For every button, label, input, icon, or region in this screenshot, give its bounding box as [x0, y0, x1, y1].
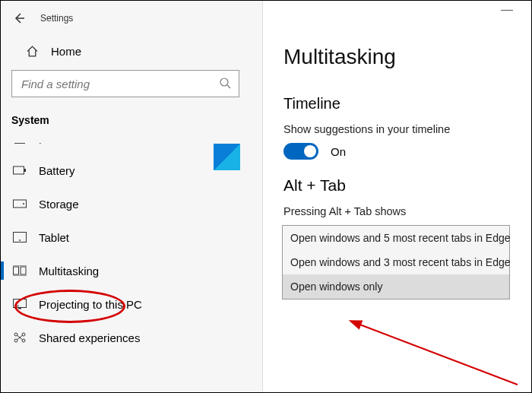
svg-point-1 [220, 78, 228, 86]
arrow-left-icon [13, 12, 25, 24]
storage-icon [11, 199, 28, 208]
timeline-suggestion-text: Show suggestions in your timeline [283, 123, 513, 135]
svg-point-6 [23, 203, 24, 204]
main-panel: Multitasking Timeline Show suggestions i… [264, 1, 531, 392]
svg-point-17 [14, 333, 17, 336]
alttab-caption: Pressing Alt + Tab shows [283, 205, 513, 217]
svg-rect-9 [14, 267, 19, 274]
svg-point-20 [22, 339, 25, 342]
nav-item-multitasking[interactable]: Multitasking [11, 254, 250, 287]
svg-rect-13 [14, 300, 27, 308]
nav-home[interactable]: Home [11, 45, 250, 58]
nav-label: Battery [39, 164, 75, 177]
minimize-button[interactable] [501, 10, 513, 11]
svg-rect-3 [14, 166, 24, 174]
nav-label: Tablet [39, 231, 69, 244]
nav-label: Shared experiences [39, 331, 140, 344]
nav-label: Storage [39, 198, 79, 211]
svg-rect-4 [24, 169, 26, 172]
svg-rect-10 [21, 267, 26, 274]
placeholder-icon: ― [11, 136, 28, 148]
nav-label: Multitasking [39, 265, 99, 277]
alttab-heading: Alt + Tab [283, 176, 513, 195]
alttab-option[interactable]: Open windows and 5 most recent tabs in E… [283, 226, 509, 250]
settings-sidebar: Settings Home System ― · Battery Stora [1, 1, 263, 392]
nav-item-storage[interactable]: Storage [11, 187, 250, 220]
svg-point-18 [22, 333, 25, 336]
nav-label: Projecting to this PC [39, 298, 142, 311]
nav-item-projecting[interactable]: Projecting to this PC [11, 287, 250, 321]
page-title: Multitasking [283, 45, 513, 69]
window-title: Settings [40, 13, 73, 24]
svg-point-19 [14, 339, 17, 342]
svg-point-8 [19, 239, 21, 241]
svg-line-2 [227, 85, 230, 88]
timeline-heading: Timeline [283, 95, 513, 113]
nav-item-shared-experiences[interactable]: Shared experiences [11, 321, 250, 354]
battery-icon [11, 166, 28, 175]
back-button[interactable] [11, 11, 27, 26]
shared-experiences-icon [11, 331, 28, 344]
search-icon [219, 77, 231, 91]
svg-rect-14 [18, 308, 21, 309]
alttab-option-selected[interactable]: Open windows only [283, 274, 509, 299]
search-field[interactable] [11, 70, 239, 97]
tablet-icon [11, 232, 28, 242]
alttab-option[interactable]: Open windows and 3 most recent tabs in E… [283, 250, 509, 274]
alttab-dropdown[interactable]: Open windows and 5 most recent tabs in E… [282, 225, 510, 300]
section-heading-system: System [11, 114, 250, 126]
home-icon [25, 45, 39, 58]
nav-item-tablet[interactable]: Tablet [11, 220, 250, 254]
search-input[interactable] [20, 77, 219, 91]
nav-home-label: Home [51, 45, 81, 58]
logo-tile [214, 144, 240, 170]
timeline-toggle-label: On [331, 145, 346, 158]
timeline-toggle[interactable] [283, 143, 318, 160]
projecting-icon [11, 299, 28, 309]
multitasking-icon [11, 265, 28, 276]
